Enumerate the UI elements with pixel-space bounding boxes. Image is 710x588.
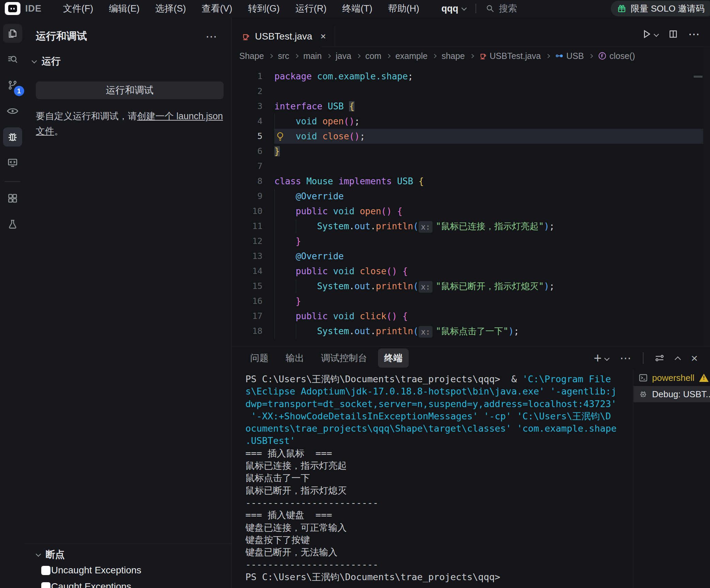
breadcrumb-item[interactable]: USB xyxy=(555,51,584,61)
code-line[interactable]: 18System.out.println(x:"鼠标点击了一下"); xyxy=(232,324,710,339)
files-icon xyxy=(7,28,18,39)
terminal-line: dwp=transport=dt_socket,server=n,suspend… xyxy=(232,398,633,410)
code-line[interactable]: 7 xyxy=(232,159,710,174)
activity-testing[interactable] xyxy=(3,215,22,234)
checkbox[interactable] xyxy=(41,566,50,575)
activity-search[interactable] xyxy=(3,50,22,69)
code-line[interactable]: 11System.out.println(x:"鼠标已连接，指示灯亮起"); xyxy=(232,219,710,234)
line-number: 13 xyxy=(232,249,262,264)
code-line[interactable]: 2 xyxy=(232,84,710,99)
panel-tab-输出[interactable]: 输出 xyxy=(280,349,310,368)
code-token: ) xyxy=(544,221,549,231)
code-line[interactable]: 6} xyxy=(232,144,710,159)
code-token: System xyxy=(317,326,349,336)
minimap[interactable] xyxy=(703,47,710,346)
code-line[interactable]: 12} xyxy=(232,234,710,249)
code-token: @Override xyxy=(296,191,344,201)
code-line[interactable]: 14public void close() { xyxy=(232,264,710,279)
chevron-down-icon xyxy=(654,31,659,37)
breadcrumb-item[interactable]: com xyxy=(365,51,381,61)
code-token xyxy=(333,176,338,186)
menu-item[interactable]: 编辑(E) xyxy=(101,2,148,15)
lightbulb-icon[interactable] xyxy=(276,131,285,142)
menu-item[interactable]: 帮助(H) xyxy=(380,2,427,15)
panel-tab-终端[interactable]: 终端 xyxy=(378,349,409,368)
breadcrumb-item[interactable]: shape xyxy=(441,51,465,61)
activity-source-control[interactable]: 1 xyxy=(3,76,22,95)
breadcrumb-item[interactable]: src xyxy=(278,51,289,61)
breakpoint-label: Uncaught Exceptions xyxy=(51,565,141,576)
code-line[interactable]: 3interface USB { xyxy=(232,99,710,114)
editor-more-icon[interactable]: ⋯ xyxy=(688,27,700,41)
menu-item[interactable]: 运行(R) xyxy=(287,2,334,15)
breadcrumb-item[interactable]: close() xyxy=(598,51,635,61)
java-file-icon xyxy=(479,52,487,60)
code-editor[interactable]: 1package com.example.shape;23interface U… xyxy=(232,69,710,339)
menu-item[interactable]: 转到(G) xyxy=(240,2,288,15)
activity-ai-preview[interactable] xyxy=(3,102,22,121)
panel-more-icon[interactable]: ⋯ xyxy=(620,351,632,365)
breadcrumb-item[interactable]: main xyxy=(303,51,322,61)
code-token xyxy=(274,219,296,234)
run-and-debug-button[interactable]: 运行和调试 xyxy=(36,81,224,99)
code-line[interactable]: 9@Override xyxy=(232,189,710,204)
checkbox[interactable] xyxy=(41,582,50,588)
global-search[interactable]: 搜索 xyxy=(486,2,517,15)
menu-item[interactable]: 文件(F) xyxy=(55,2,101,15)
menu-item[interactable]: 终端(T) xyxy=(334,2,380,15)
code-line[interactable]: 1package com.example.shape; xyxy=(232,69,710,84)
run-section-header[interactable]: 运行 xyxy=(25,43,231,68)
terminal-line: 键盘已断开，无法输入 xyxy=(232,546,633,558)
code-token: open xyxy=(360,206,381,216)
menu-item[interactable]: 选择(S) xyxy=(148,2,194,15)
breadcrumb-item[interactable]: Shape xyxy=(239,51,264,61)
terminal-list-item-debug[interactable]: Debug: USBT... xyxy=(634,386,710,402)
new-terminal-button[interactable]: + xyxy=(594,353,609,363)
line-number: 16 xyxy=(232,294,262,309)
activity-remote-window[interactable] xyxy=(3,153,22,172)
breakpoints-header[interactable]: 断点 xyxy=(25,547,232,562)
activity-explorer[interactable] xyxy=(3,24,22,43)
split-editor-icon[interactable] xyxy=(668,29,678,39)
code-token: () xyxy=(387,311,397,321)
chevron-right-icon xyxy=(269,54,273,58)
more-actions-icon[interactable]: ⋯ xyxy=(206,35,218,38)
code-line[interactable]: 15System.out.println(x:"鼠标已断开，指示灯熄灭"); xyxy=(232,279,710,294)
code-token: { xyxy=(419,176,424,186)
menu-item[interactable]: 查看(V) xyxy=(194,2,240,15)
breakpoint-row[interactable]: Caught Exceptions xyxy=(25,578,232,588)
code-token: close xyxy=(360,266,386,276)
code-line[interactable]: 17public void click() { xyxy=(232,309,710,324)
promo-banner[interactable]: 限量 SOLO 邀请码 xyxy=(611,1,710,16)
code-token xyxy=(397,266,403,276)
maximize-panel-icon[interactable] xyxy=(675,356,681,362)
terminal-output[interactable]: PS C:\Users\王泯钧\Documents\trae_projects\… xyxy=(232,370,633,588)
line-number: 3 xyxy=(232,99,262,114)
line-number: 6 xyxy=(232,144,262,159)
warning-icon xyxy=(699,374,709,382)
breakpoint-row[interactable]: Uncaught Exceptions xyxy=(25,562,232,578)
project-switcher[interactable]: qqq xyxy=(441,3,458,14)
code-line[interactable]: 5void close(); xyxy=(232,129,710,144)
code-token xyxy=(296,279,317,294)
run-java-button[interactable] xyxy=(641,29,658,39)
code-line[interactable]: 10public void open() { xyxy=(232,204,710,219)
app-logo-icon[interactable] xyxy=(5,2,20,15)
breadcrumb-item[interactable]: USBTest.java xyxy=(479,51,541,61)
activity-extensions[interactable] xyxy=(3,189,22,208)
breadcrumb-item[interactable]: java xyxy=(336,51,351,61)
terminal-list-item-powershell[interactable]: powershell xyxy=(634,370,710,386)
code-line[interactable]: 16} xyxy=(232,294,710,309)
panel-tab-调试控制台[interactable]: 调试控制台 xyxy=(315,349,373,368)
activity-debug[interactable] xyxy=(3,127,22,146)
code-line[interactable]: 13@Override xyxy=(232,249,710,264)
code-line[interactable]: 8class Mouse implements USB { xyxy=(232,174,710,189)
close-panel-icon[interactable]: × xyxy=(691,352,698,365)
panel-tab-问题[interactable]: 问题 xyxy=(244,349,275,368)
line-number: 5 xyxy=(232,129,262,144)
tab-usbtest-java[interactable]: USBTest.java × xyxy=(235,26,335,47)
terminal-settings-icon[interactable] xyxy=(654,353,665,363)
code-line[interactable]: 4void open(); xyxy=(232,114,710,129)
line-number: 1 xyxy=(232,69,262,84)
breadcrumb-item[interactable]: example xyxy=(395,51,428,61)
